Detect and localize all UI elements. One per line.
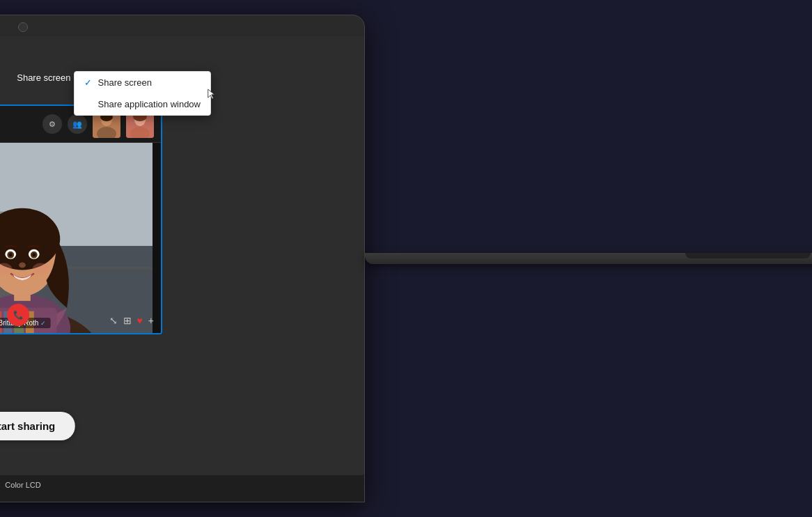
share-screen-option-label: Share screen — [98, 77, 152, 88]
share-screen-area: Share screen ✓ Share screen ✓ Share appl… — [17, 71, 211, 116]
settings-icon-btn[interactable]: ⚙ — [42, 114, 62, 134]
dropdown-item-share-screen[interactable]: ✓ Share screen — [75, 72, 210, 93]
people-icon-btn[interactable]: 👥 — [68, 114, 87, 134]
svg-point-29 — [19, 263, 26, 268]
laptop-screen: × Share screen ✓ Share screen ✓ Share ap… — [0, 36, 364, 475]
laptop-base — [365, 253, 812, 264]
check-icon-empty: ✓ — [84, 99, 94, 109]
dropdown-item-share-app[interactable]: ✓ Share application window — [75, 93, 210, 115]
share-screen-dropdown[interactable]: ✓ Share screen ✓ Share application windo… — [74, 71, 211, 116]
share-app-option-label: Share application window — [98, 99, 201, 109]
share-screen-label: Share screen — [17, 72, 70, 83]
laptop-base-container — [365, 253, 812, 264]
svg-point-27 — [9, 253, 13, 256]
check-icon: ✓ — [84, 77, 94, 88]
end-call-btn[interactable]: 📞 — [7, 304, 29, 326]
window-caption: Color LCD — [5, 481, 40, 489]
call-controls[interactable]: ▣ 🎤 📷 📞 — [0, 304, 161, 326]
laptop-outer: × Share screen ✓ Share screen ✓ Share ap… — [0, 15, 365, 502]
svg-point-28 — [32, 253, 36, 256]
start-sharing-button[interactable]: Start sharing — [0, 412, 75, 440]
svg-point-31 — [33, 263, 49, 275]
laptop-notch — [18, 22, 28, 32]
skype-call-window: ≡ Ski Trip plans 3 people in the call · … — [0, 105, 162, 334]
